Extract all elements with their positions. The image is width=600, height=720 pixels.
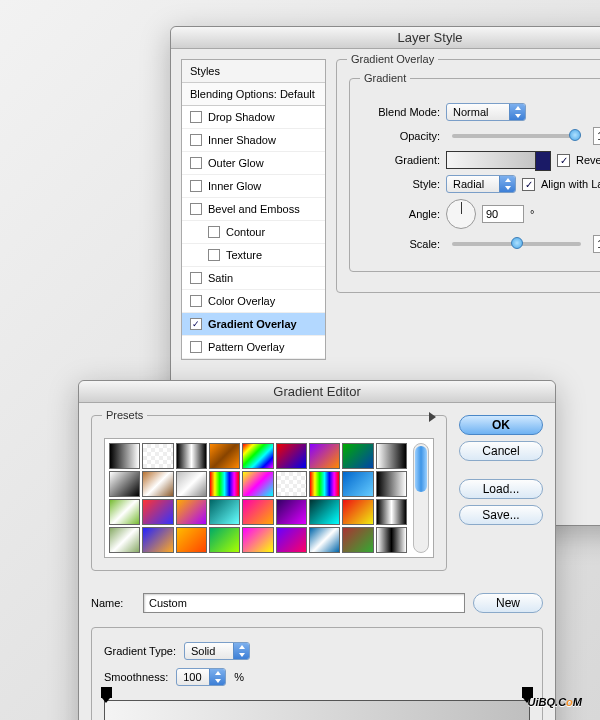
opacity-input[interactable]: 100 xyxy=(593,127,600,145)
preset-swatch[interactable] xyxy=(276,527,307,553)
preset-swatch[interactable] xyxy=(276,471,307,497)
new-button[interactable]: New xyxy=(473,593,543,613)
gradient-overlay-group-label: Gradient Overlay xyxy=(347,53,438,65)
preset-swatch[interactable] xyxy=(242,443,273,469)
smoothness-input[interactable]: 100 xyxy=(176,668,226,686)
scale-slider[interactable] xyxy=(452,242,581,246)
style-checkbox[interactable] xyxy=(190,272,202,284)
style-checkbox[interactable] xyxy=(190,134,202,146)
preset-grid xyxy=(109,443,407,553)
presets-menu-icon[interactable] xyxy=(429,412,436,422)
align-checkbox[interactable] xyxy=(522,178,535,191)
style-item-drop-shadow[interactable]: Drop Shadow xyxy=(182,106,325,129)
preset-swatch[interactable] xyxy=(109,527,140,553)
blending-options-row[interactable]: Blending Options: Default xyxy=(182,83,325,106)
style-item-label: Satin xyxy=(208,272,233,284)
preset-swatch[interactable] xyxy=(109,499,140,525)
preset-swatch[interactable] xyxy=(176,527,207,553)
style-checkbox[interactable] xyxy=(208,226,220,238)
styles-header[interactable]: Styles xyxy=(182,60,325,83)
preset-swatch[interactable] xyxy=(142,443,173,469)
preset-swatch[interactable] xyxy=(376,443,407,469)
style-item-label: Inner Shadow xyxy=(208,134,276,146)
layer-style-titlebar[interactable]: Layer Style xyxy=(171,27,600,49)
preset-swatch[interactable] xyxy=(142,471,173,497)
style-item-pattern-overlay[interactable]: Pattern Overlay xyxy=(182,336,325,359)
name-input[interactable] xyxy=(143,593,465,613)
gradient-subgroup-label: Gradient xyxy=(360,72,410,84)
preset-swatch[interactable] xyxy=(209,443,240,469)
presets-scrollbar[interactable] xyxy=(413,443,429,553)
preset-swatch[interactable] xyxy=(309,443,340,469)
style-item-satin[interactable]: Satin xyxy=(182,267,325,290)
preset-swatch[interactable] xyxy=(276,443,307,469)
preset-swatch[interactable] xyxy=(109,443,140,469)
preset-swatch[interactable] xyxy=(176,471,207,497)
blend-mode-select[interactable]: Normal xyxy=(446,103,526,121)
gradient-type-select[interactable]: Solid xyxy=(184,642,250,660)
angle-dial[interactable] xyxy=(446,199,476,229)
scale-input[interactable]: 100 xyxy=(593,235,600,253)
style-checkbox[interactable] xyxy=(190,341,202,353)
load-button[interactable]: Load... xyxy=(459,479,543,499)
preset-swatch[interactable] xyxy=(176,499,207,525)
opacity-stop-left[interactable] xyxy=(101,687,112,698)
scale-label: Scale: xyxy=(362,238,440,250)
preset-swatch[interactable] xyxy=(109,471,140,497)
preset-swatch[interactable] xyxy=(309,471,340,497)
gradient-bar[interactable] xyxy=(104,700,530,720)
angle-input[interactable]: 90 xyxy=(482,205,524,223)
align-label: Align with Layer xyxy=(541,178,600,190)
ok-button[interactable]: OK xyxy=(459,415,543,435)
style-item-bevel-and-emboss[interactable]: Bevel and Emboss xyxy=(182,198,325,221)
preset-swatch[interactable] xyxy=(242,499,273,525)
preset-swatch[interactable] xyxy=(342,443,373,469)
preset-swatch[interactable] xyxy=(309,499,340,525)
style-checkbox[interactable] xyxy=(190,318,202,330)
reverse-checkbox[interactable] xyxy=(557,154,570,167)
style-item-label: Color Overlay xyxy=(208,295,275,307)
style-checkbox[interactable] xyxy=(190,295,202,307)
style-item-inner-glow[interactable]: Inner Glow xyxy=(182,175,325,198)
preset-swatch[interactable] xyxy=(209,527,240,553)
preset-swatch[interactable] xyxy=(376,471,407,497)
preset-swatch[interactable] xyxy=(376,499,407,525)
preset-swatch[interactable] xyxy=(242,527,273,553)
preset-swatch[interactable] xyxy=(209,499,240,525)
style-item-outer-glow[interactable]: Outer Glow xyxy=(182,152,325,175)
preset-swatch[interactable] xyxy=(142,499,173,525)
style-checkbox[interactable] xyxy=(190,203,202,215)
gradient-editor-titlebar[interactable]: Gradient Editor xyxy=(79,381,555,403)
preset-swatch[interactable] xyxy=(242,471,273,497)
style-checkbox[interactable] xyxy=(190,180,202,192)
style-item-texture[interactable]: Texture xyxy=(182,244,325,267)
save-button[interactable]: Save... xyxy=(459,505,543,525)
style-checkbox[interactable] xyxy=(190,157,202,169)
style-checkbox[interactable] xyxy=(190,111,202,123)
preset-swatch[interactable] xyxy=(209,471,240,497)
preset-swatch[interactable] xyxy=(142,527,173,553)
preset-swatch[interactable] xyxy=(342,527,373,553)
style-item-label: Bevel and Emboss xyxy=(208,203,300,215)
preset-swatch[interactable] xyxy=(342,499,373,525)
preset-swatch[interactable] xyxy=(176,443,207,469)
gradient-label: Gradient: xyxy=(362,154,440,166)
style-item-inner-shadow[interactable]: Inner Shadow xyxy=(182,129,325,152)
style-checkbox[interactable] xyxy=(208,249,220,261)
style-label: Style: xyxy=(362,178,440,190)
style-item-gradient-overlay[interactable]: Gradient Overlay xyxy=(182,313,325,336)
style-item-contour[interactable]: Contour xyxy=(182,221,325,244)
preset-swatch[interactable] xyxy=(342,471,373,497)
style-item-label: Outer Glow xyxy=(208,157,264,169)
gradient-swatch[interactable] xyxy=(446,151,551,169)
style-item-color-overlay[interactable]: Color Overlay xyxy=(182,290,325,313)
preset-swatch[interactable] xyxy=(376,527,407,553)
name-label: Name: xyxy=(91,597,135,609)
style-item-label: Drop Shadow xyxy=(208,111,275,123)
opacity-slider[interactable] xyxy=(452,134,581,138)
style-select[interactable]: Radial xyxy=(446,175,516,193)
preset-swatch[interactable] xyxy=(309,527,340,553)
cancel-button[interactable]: Cancel xyxy=(459,441,543,461)
blend-mode-label: Blend Mode: xyxy=(362,106,440,118)
preset-swatch[interactable] xyxy=(276,499,307,525)
